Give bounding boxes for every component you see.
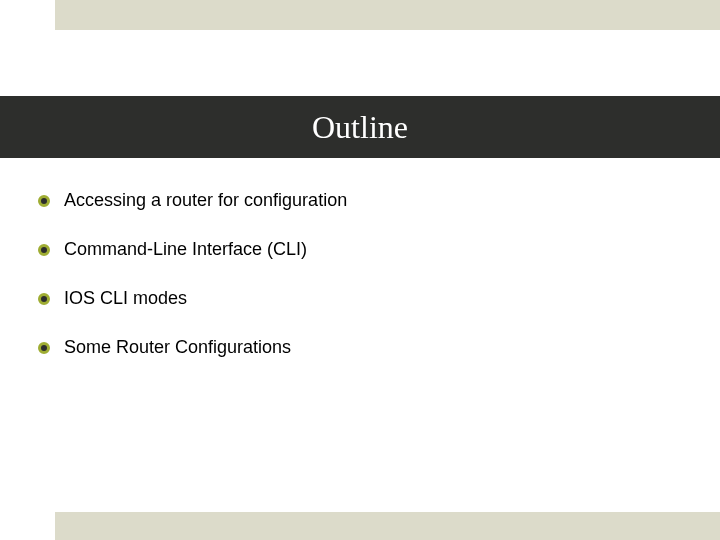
bullet-text: Accessing a router for configuration [64, 190, 347, 211]
decorative-bottom-strip [55, 512, 720, 540]
list-item: Command-Line Interface (CLI) [38, 239, 678, 260]
bullet-text: IOS CLI modes [64, 288, 187, 309]
bullet-list: Accessing a router for configuration Com… [38, 190, 678, 386]
list-item: Accessing a router for configuration [38, 190, 678, 211]
bullet-text: Some Router Configurations [64, 337, 291, 358]
bullet-text: Command-Line Interface (CLI) [64, 239, 307, 260]
bullet-icon [38, 342, 50, 354]
bullet-icon [38, 195, 50, 207]
bullet-icon [38, 244, 50, 256]
list-item: Some Router Configurations [38, 337, 678, 358]
list-item: IOS CLI modes [38, 288, 678, 309]
title-band: Outline [0, 96, 720, 158]
slide-title: Outline [312, 109, 408, 146]
bullet-icon [38, 293, 50, 305]
decorative-top-strip [55, 0, 720, 30]
